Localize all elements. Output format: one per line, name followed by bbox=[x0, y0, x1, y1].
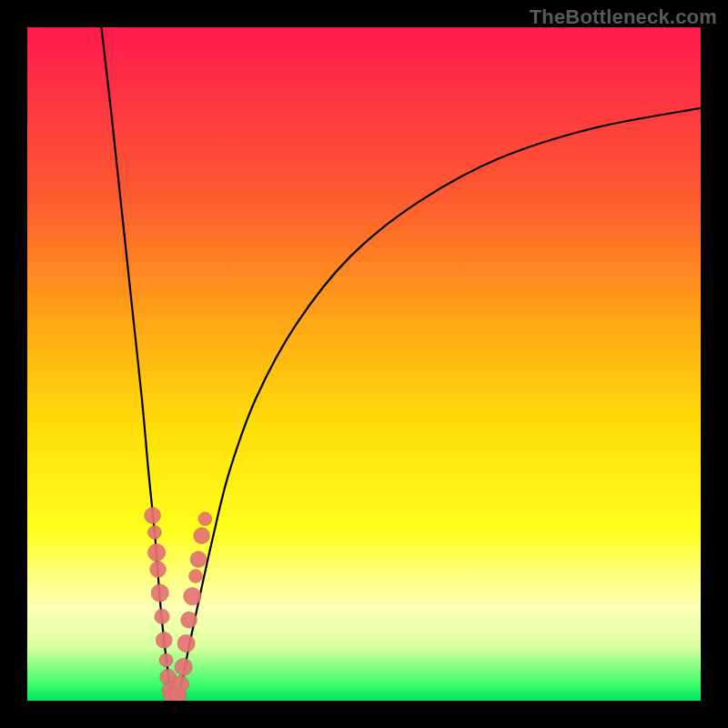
watermark-text: TheBottleneck.com bbox=[530, 5, 717, 29]
chart-svg bbox=[0, 0, 728, 728]
cluster-dot bbox=[190, 551, 207, 568]
cluster-dot bbox=[159, 653, 173, 667]
cluster-dot bbox=[173, 676, 189, 693]
cluster-dot bbox=[175, 658, 192, 675]
cluster-dot bbox=[150, 561, 167, 578]
cluster-dot bbox=[151, 584, 168, 602]
cluster-dot bbox=[177, 634, 195, 652]
cluster-dot bbox=[184, 588, 201, 605]
cluster-dot bbox=[181, 612, 197, 628]
cluster-dot bbox=[156, 632, 172, 649]
cluster-dot bbox=[145, 508, 161, 524]
chart-frame: TheBottleneck.com bbox=[0, 0, 728, 728]
cluster-dot bbox=[189, 570, 203, 583]
cluster-dot bbox=[147, 544, 165, 561]
cluster-dot bbox=[155, 609, 169, 623]
cluster-dot bbox=[194, 528, 210, 544]
plot-area-bg bbox=[27, 27, 701, 701]
cluster-dot bbox=[147, 526, 161, 540]
cluster-dot bbox=[198, 512, 212, 526]
